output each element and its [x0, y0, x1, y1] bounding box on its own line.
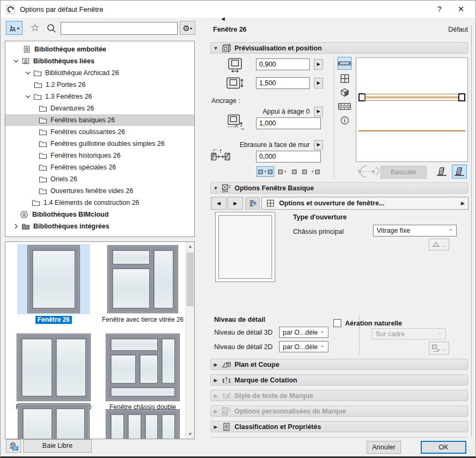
next-page-button[interactable]: ▶ [228, 197, 243, 210]
chevron-down-icon[interactable] [13, 58, 19, 64]
settings-button[interactable]: ⚙ ▸ [180, 21, 195, 35]
height-field[interactable] [256, 77, 310, 89]
anchor-mode-button[interactable]: + [277, 166, 288, 177]
object-thumbnail[interactable]: Fenêtre châssis double variable 26 [100, 333, 186, 418]
chevron-down-icon[interactable] [25, 94, 31, 99]
object-thumbnail[interactable]: Fenêtre avec tierce vitrée 26 [100, 244, 186, 323]
section-collapsed-icon[interactable]: ▶ [211, 362, 221, 367]
thumbnails-scrollbar[interactable]: ▲ ▼ [185, 242, 194, 439]
element-type-button[interactable]: ▸ [6, 21, 23, 35]
window-thumbnail-image [106, 334, 180, 401]
anchor-mode-button[interactable] [299, 166, 309, 177]
baie-libre-button[interactable]: Baie Libre [23, 439, 92, 453]
glass-pane [32, 250, 75, 308]
anchor-square-icon [302, 169, 307, 174]
tree-item[interactable]: Devantures 26 [5, 102, 194, 114]
scrollbar-thumb[interactable] [187, 253, 194, 306]
main-sash-dropdown[interactable]: Vitrage fixe ⌄ [373, 225, 457, 237]
load-library-button[interactable] [6, 439, 21, 453]
scroll-up-icon[interactable]: ▲ [186, 242, 195, 251]
tree-item[interactable]: Bibliothèques BIMcloud [5, 209, 194, 220]
tree-item[interactable]: Fenêtres guillotine doubles simples 26 [5, 138, 194, 150]
element-name-title: Fenêtre 26 [213, 26, 247, 33]
search-icon[interactable] [47, 24, 56, 33]
favorites-star-icon[interactable]: ☆ [28, 21, 41, 35]
collapse-panel-arrow[interactable]: ◀ [221, 16, 225, 21]
transfer-settings-button[interactable] [245, 197, 260, 210]
prev-page-button[interactable]: ◀ [211, 197, 226, 210]
reveal-wall-icon [211, 149, 230, 164]
preview-canvas[interactable] [356, 57, 468, 162]
section-preview-position[interactable]: ▼ Prévisualisation et position [210, 42, 468, 54]
page-selector-bar[interactable]: Options et ouverture de fenêtre... ▶ [261, 197, 468, 210]
section-expanded-icon[interactable]: ▼ [211, 186, 221, 191]
chevron-right-icon[interactable] [13, 224, 19, 229]
width-field[interactable] [256, 58, 310, 70]
height-flyout-button[interactable]: ▶ [314, 78, 323, 88]
scroll-down-icon[interactable]: ▼ [186, 430, 195, 439]
folder-icon [39, 116, 47, 124]
tree-item-selected[interactable]: Fenêtres basiques 26 [5, 114, 194, 126]
anchor-mode-button[interactable]: + [310, 166, 321, 177]
chevron-down-icon[interactable] [25, 70, 31, 76]
anchor-square-icon [268, 169, 273, 174]
tilt-slanted-button-selected[interactable] [452, 165, 467, 179]
tree-item[interactable]: Bibliothèque emboîtée [5, 43, 194, 55]
window-thumbnail-image [17, 334, 91, 401]
section-collapsed-icon[interactable]: ▶ [211, 378, 221, 383]
window-thumbnail-image [107, 245, 178, 313]
tilt-vertical-button[interactable] [434, 165, 449, 179]
sill-height-field[interactable] [256, 117, 321, 129]
tree-item[interactable]: Bibliothèque Archicad 26 [5, 67, 194, 79]
tree-item[interactable]: Fenêtres historiques 26 [5, 150, 194, 161]
tree-item[interactable]: Bibliothèques intégrées [5, 220, 194, 232]
detail-level-title: Niveau de détail [214, 316, 265, 323]
section-marque-de-cotation[interactable]: ▶ Marque de Cotation [210, 374, 468, 386]
flip-button[interactable]: Basculer [380, 166, 427, 179]
section-classification-proprietes[interactable]: ▶ Classification et Propriétés [210, 421, 468, 432]
close-button[interactable]: ✕ [453, 3, 469, 16]
view-3d-button[interactable] [338, 86, 351, 99]
bimcloud-libraries-icon [19, 211, 29, 218]
resize-grip[interactable]: ⋱ [468, 448, 473, 454]
view-section-button[interactable] [338, 100, 351, 113]
object-thumbnail[interactable] [12, 419, 96, 439]
detail-2d-dropdown[interactable]: par O...dèle ⌄ [279, 341, 328, 352]
tree-item[interactable]: Fenêtres spéciales 26 [5, 161, 194, 173]
cancel-button[interactable]: Annuler [367, 441, 401, 454]
tree-item[interactable]: 1.2 Portes 26 [5, 79, 194, 91]
tree-item[interactable]: Ouvertures fenêtre vides 26 [5, 185, 194, 197]
folder-icon [39, 175, 47, 183]
view-elevation-button[interactable] [338, 72, 351, 85]
tree-item[interactable]: Fenêtres coulissantes 26 [5, 126, 194, 138]
vent-settings-button[interactable]: ... [429, 342, 449, 354]
tree-item[interactable]: Oriels 26 [5, 173, 194, 185]
reveal-field[interactable] [256, 151, 321, 162]
ok-button[interactable]: OK [421, 441, 466, 454]
section-collapsed-icon[interactable]: ▶ [211, 424, 221, 430]
anchor-mode-button-selected[interactable]: + [257, 166, 274, 177]
tree-item[interactable]: 1.3 Fenêtres 26 [5, 91, 194, 102]
natural-vent-checkbox[interactable] [333, 319, 341, 327]
section-plan-et-coupe[interactable]: ▶ Plan et Coupe [210, 359, 468, 370]
width-flyout-button[interactable]: ▶ [314, 59, 323, 70]
object-thumbnail-selected[interactable]: Fenêtre 26 [12, 244, 96, 323]
sash-shape-button[interactable]: ... [429, 239, 449, 250]
search-input[interactable] [61, 22, 178, 35]
tree-item[interactable]: Bibliothèques liées [5, 55, 194, 67]
object-thumbnail[interactable] [100, 426, 186, 439]
detail-3d-dropdown[interactable]: par O...dèle ⌄ [279, 327, 328, 338]
detail-3d-label: Niveau de détail 3D [214, 329, 273, 336]
view-info-button[interactable] [338, 114, 351, 127]
tilt-straight-icon [436, 167, 447, 176]
sill-flyout-button[interactable]: ▶ [314, 107, 323, 116]
section-options-fenetre-basique[interactable]: ▼ Options Fenêtre Basique [210, 182, 468, 194]
help-button[interactable]: ? [431, 3, 448, 16]
view-plan-button[interactable] [338, 57, 351, 70]
section-expanded-icon[interactable]: ▼ [211, 46, 221, 51]
tree-item[interactable]: 1.4 Eléments de construction 26 [5, 197, 194, 209]
anchor-mode-button[interactable] [289, 166, 299, 177]
reveal-flyout-button[interactable]: ▶ [314, 140, 323, 150]
folder-icon [39, 187, 47, 195]
object-thumbnail[interactable]: Fenêtre châssis double 26 [12, 333, 96, 411]
